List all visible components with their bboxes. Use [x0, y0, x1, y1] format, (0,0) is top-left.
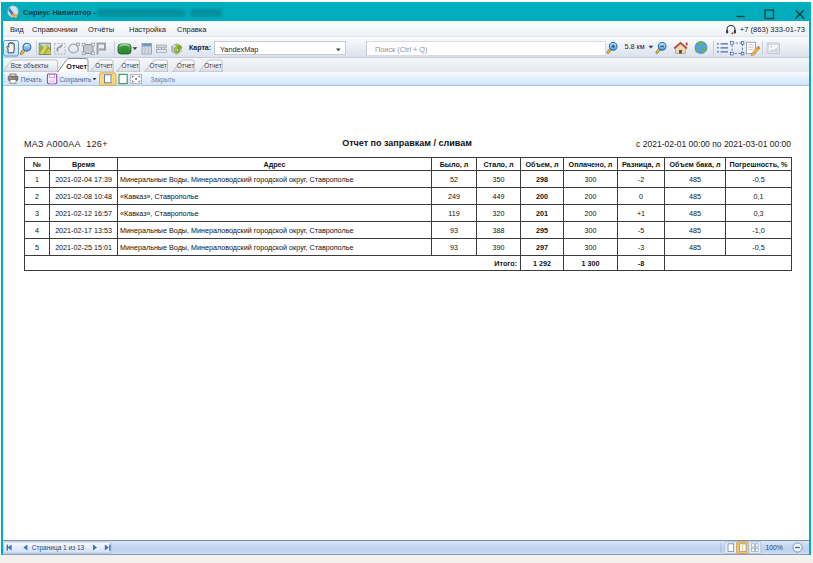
svg-text:Отчет: Отчет [122, 62, 140, 69]
svg-text:Страница 1 из 13: Страница 1 из 13 [32, 544, 85, 552]
svg-text:Отчет: Отчет [204, 62, 222, 69]
svg-text:Отчет: Отчет [66, 62, 87, 71]
svg-text:5.8 км: 5.8 км [625, 42, 645, 51]
svg-text:Отчет: Отчет [177, 62, 195, 69]
svg-text:100%: 100% [766, 544, 783, 551]
svg-text:Отчет: Отчет [150, 62, 168, 69]
svg-text:Все объекты: Все объекты [11, 62, 49, 69]
svg-text:Отчет: Отчет [95, 62, 113, 69]
